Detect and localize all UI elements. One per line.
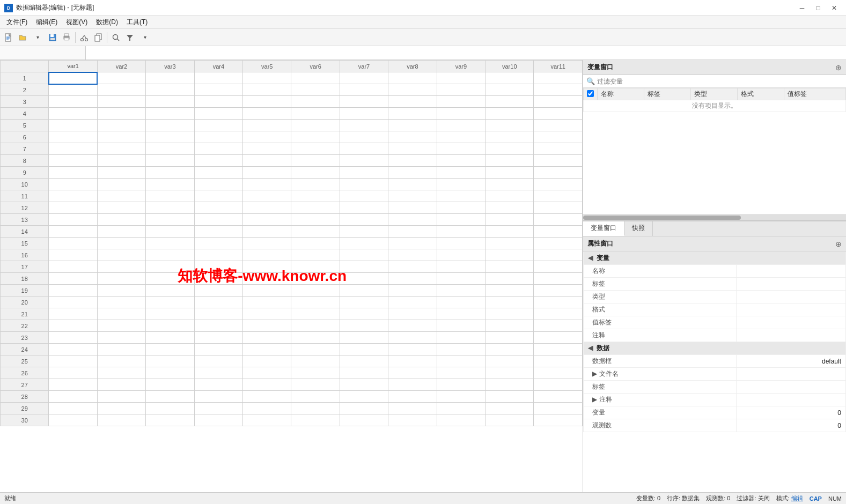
search-input[interactable] [597,78,843,85]
grid-cell[interactable] [388,238,437,249]
grid-cell[interactable] [437,273,485,285]
grid-cell[interactable] [534,202,583,214]
grid-cell[interactable] [97,190,145,202]
grid-cell[interactable] [243,72,291,84]
grid-cell[interactable] [291,155,340,167]
grid-cell[interactable] [534,261,583,273]
grid-cell[interactable] [534,120,583,131]
grid-cell[interactable] [388,320,437,332]
grid-cell[interactable] [437,155,485,167]
col-header-5[interactable]: var5 [243,61,291,72]
grid-cell[interactable] [291,96,340,108]
grid-cell[interactable] [485,355,534,367]
grid-cell[interactable] [485,379,534,391]
grid-cell[interactable] [340,355,388,367]
grid-cell[interactable] [146,120,194,131]
grid-cell[interactable] [534,84,583,96]
grid-cell[interactable] [97,355,145,367]
grid-cell[interactable] [291,131,340,143]
grid-cell[interactable] [97,308,145,320]
grid-cell[interactable] [534,108,583,120]
grid-cell[interactable] [437,72,485,84]
grid-cell[interactable] [146,202,194,214]
grid-cell[interactable] [49,285,97,297]
grid-cell[interactable] [194,155,242,167]
grid-cell[interactable] [534,155,583,167]
grid-cell[interactable] [340,72,388,84]
filter-button[interactable] [123,31,136,44]
close-button[interactable]: ✕ [827,3,842,13]
grid-cell[interactable] [97,391,145,403]
grid-cell[interactable] [534,285,583,297]
grid-cell[interactable] [194,226,242,238]
grid-cell[interactable] [534,179,583,190]
grid-cell[interactable] [388,190,437,202]
grid-cell[interactable] [49,202,97,214]
grid-cell[interactable] [437,320,485,332]
grid-cell[interactable] [388,332,437,344]
grid-cell[interactable] [49,131,97,143]
grid-cell[interactable] [534,379,583,391]
grid-cell[interactable] [291,261,340,273]
grid-cell[interactable] [534,214,583,226]
grid-cell[interactable] [146,249,194,261]
grid-cell[interactable] [485,214,534,226]
col-header-8[interactable]: var8 [388,61,437,72]
grid-cell[interactable] [437,96,485,108]
grid-cell[interactable] [243,214,291,226]
grid-cell[interactable] [97,120,145,131]
grid-cell[interactable] [534,308,583,320]
grid-cell[interactable] [291,367,340,379]
grid-cell[interactable] [437,355,485,367]
grid-cell[interactable] [49,120,97,131]
grid-cell[interactable] [194,84,242,96]
grid-cell[interactable] [340,120,388,131]
grid-cell[interactable] [243,344,291,355]
grid-cell[interactable] [49,84,97,96]
grid-cell[interactable] [291,285,340,297]
grid-cell[interactable] [146,332,194,344]
grid-cell[interactable] [49,167,97,179]
grid-cell[interactable] [437,297,485,308]
grid-cell[interactable] [388,120,437,131]
grid-cell[interactable] [146,190,194,202]
grid-cell[interactable] [388,202,437,214]
properties-scroll[interactable]: ◀ 变量 名称 标签 类型 [583,251,846,492]
grid-cell[interactable] [291,344,340,355]
grid-cell[interactable] [340,261,388,273]
section-toggle-variable[interactable]: ◀ [588,254,593,262]
grid-cell[interactable] [146,379,194,391]
grid-cell[interactable] [97,179,145,190]
grid-cell[interactable] [534,131,583,143]
grid-cell[interactable] [340,308,388,320]
grid-cell[interactable] [485,261,534,273]
grid-cell[interactable] [97,403,145,414]
grid-cell[interactable] [194,72,242,84]
grid-cell[interactable] [291,179,340,190]
grid-cell[interactable] [534,190,583,202]
grid-cell[interactable] [243,155,291,167]
grid-cell[interactable] [340,414,388,426]
grid-cell[interactable] [291,84,340,96]
grid-cell[interactable] [243,367,291,379]
grid-cell[interactable] [534,167,583,179]
grid-cell[interactable] [194,96,242,108]
grid-cell[interactable] [49,261,97,273]
grid-cell[interactable] [534,355,583,367]
grid-cell[interactable] [291,403,340,414]
grid-cell[interactable] [243,120,291,131]
grid-cell[interactable] [340,84,388,96]
grid-cell[interactable] [97,84,145,96]
grid-cell[interactable] [194,320,242,332]
col-header-1[interactable]: var1 [49,61,97,72]
grid-cell[interactable] [243,308,291,320]
grid-cell[interactable] [437,143,485,155]
print-button[interactable] [60,31,73,44]
grid-cell[interactable] [146,320,194,332]
grid-cell[interactable] [485,414,534,426]
grid-cell[interactable] [97,261,145,273]
grid-cell[interactable] [388,131,437,143]
grid-cell[interactable] [388,344,437,355]
col-header-4[interactable]: var4 [194,61,242,72]
status-mode-link[interactable]: 编辑 [791,495,803,501]
